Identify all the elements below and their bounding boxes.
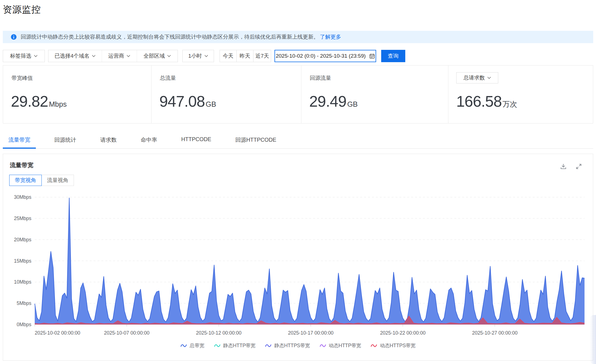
domain-select[interactable]: 已选择4个域名 <box>48 50 102 62</box>
svg-text:20Mbps: 20Mbps <box>14 237 32 242</box>
scrollbar-thumb[interactable] <box>590 315 596 364</box>
legend-item[interactable]: 静态HTTPS带宽 <box>265 342 310 349</box>
legend-item[interactable]: 动态HTTPS带宽 <box>371 342 415 349</box>
legend-item[interactable]: 总带宽 <box>180 342 204 349</box>
stat-value: 947.08 <box>159 92 205 110</box>
tab-traffic-bandwidth[interactable]: 流量带宽 <box>3 136 36 148</box>
chevron-down-icon <box>204 55 208 57</box>
resource-monitor-page: 资源监控 回源统计中动静态分类上比较容易造成歧义，近期控制台将会下线回源统计中动… <box>0 0 596 364</box>
quick-range-group: 今天 昨天 近7天 <box>220 50 271 62</box>
stat-unit: GB <box>347 100 358 109</box>
svg-text:2025-10-22 00:00:00: 2025-10-22 00:00:00 <box>380 330 426 336</box>
isp-select-label: 运营商 <box>108 52 124 60</box>
traffic-view-button[interactable]: 流量视角 <box>41 175 74 186</box>
quick-range-last7days[interactable]: 近7天 <box>253 50 271 62</box>
svg-text:2025-10-12 00:00:00: 2025-10-12 00:00:00 <box>196 330 242 336</box>
svg-text:15Mbps: 15Mbps <box>14 258 32 264</box>
traffic-bandwidth-panel: 流量带宽 带宽视角 流量视角 0Mbps5Mbps10Mbps15Mbps20M… <box>3 154 593 361</box>
legend-item[interactable]: 动态HTTP带宽 <box>320 342 361 349</box>
stat-card-total-traffic: 总流量 947.08GB <box>152 66 301 123</box>
query-button[interactable]: 查询 <box>381 50 405 62</box>
request-metric-select[interactable]: 总请求数 <box>456 72 498 83</box>
learn-more-link[interactable]: 了解更多 <box>320 33 341 41</box>
info-icon <box>11 34 17 40</box>
panel-title: 流量带宽 <box>10 161 33 169</box>
expand-icon[interactable] <box>575 163 582 170</box>
stat-unit: GB <box>206 100 216 109</box>
isp-select[interactable]: 运营商 <box>102 50 137 62</box>
legend-label: 静态HTTP带宽 <box>223 342 256 349</box>
interval-select[interactable]: 1小时 <box>182 50 214 62</box>
stat-label: 带宽峰值 <box>11 74 33 82</box>
chevron-down-icon <box>92 55 96 57</box>
stat-card-total-requests: 总请求数 166.58万次 <box>448 66 593 123</box>
download-icon[interactable] <box>560 163 567 170</box>
quick-range-today[interactable]: 今天 <box>220 50 237 62</box>
series-wave-icon <box>214 344 221 348</box>
legend-item[interactable]: 静态HTTP带宽 <box>214 342 256 349</box>
svg-text:2025-10-07 00:00:00: 2025-10-07 00:00:00 <box>104 330 150 336</box>
bandwidth-area-chart[interactable]: 0Mbps5Mbps10Mbps15Mbps20Mbps25Mbps30Mbps… <box>3 193 593 339</box>
stat-unit: Mbps <box>49 100 67 109</box>
chevron-down-icon <box>34 55 38 57</box>
series-wave-icon <box>265 344 272 348</box>
quick-range-yesterday[interactable]: 昨天 <box>237 50 254 62</box>
svg-text:2025-10-27 00:00:00: 2025-10-27 00:00:00 <box>472 330 518 336</box>
tag-filter-dropdown[interactable]: 标签筛选 <box>3 50 45 62</box>
interval-select-label: 1小时 <box>188 52 202 60</box>
stat-label: 回源流量 <box>310 74 331 82</box>
series-wave-icon <box>371 344 377 348</box>
chevron-down-icon <box>167 55 171 57</box>
tab-origin-httpcode[interactable]: 回源HTTPCODE <box>230 136 282 148</box>
tab-requests[interactable]: 请求数 <box>95 136 122 148</box>
page-title: 资源监控 <box>3 3 41 16</box>
domain-select-label: 已选择4个域名 <box>55 52 90 60</box>
stat-card-bandwidth-peak: 带宽峰值 29.82Mbps <box>3 66 152 123</box>
scope-filter-group: 已选择4个域名 运营商 全部区域 <box>48 50 178 62</box>
svg-text:30Mbps: 30Mbps <box>14 194 32 200</box>
stat-card-origin-traffic: 回源流量 29.49GB <box>301 66 448 123</box>
series-wave-icon <box>320 344 326 348</box>
stat-value: 29.82 <box>11 92 48 110</box>
view-toggle: 带宽视角 流量视角 <box>9 175 74 186</box>
date-range-value: 2025-10-02 (0:0) - 2025-10-31 (23:59) <box>276 53 365 59</box>
tag-filter-label: 标签筛选 <box>10 52 31 60</box>
region-select[interactable]: 全部区域 <box>137 50 178 62</box>
banner-text: 回源统计中动静态分类上比较容易造成歧义，近期控制台将会下线回源统计中动静态区分展… <box>21 33 319 41</box>
tab-hit-rate[interactable]: 命中率 <box>135 136 163 148</box>
stats-summary: 带宽峰值 29.82Mbps 总流量 947.08GB 回源流量 29.49GB… <box>3 65 593 123</box>
stat-value: 166.58 <box>456 92 502 110</box>
stat-label: 总流量 <box>160 74 176 82</box>
info-banner: 回源统计中动静态分类上比较容易造成歧义，近期控制台将会下线回源统计中动静态区分展… <box>3 31 593 43</box>
svg-text:25Mbps: 25Mbps <box>14 216 32 221</box>
stat-value: 29.49 <box>309 92 346 110</box>
svg-text:5Mbps: 5Mbps <box>17 300 31 306</box>
svg-text:10Mbps: 10Mbps <box>14 279 32 285</box>
svg-text:2025-10-02 00:00:00: 2025-10-02 00:00:00 <box>35 330 80 336</box>
legend-label: 总带宽 <box>190 342 204 349</box>
legend-label: 动态HTTP带宽 <box>329 342 361 349</box>
legend-label: 静态HTTPS带宽 <box>274 342 310 349</box>
stat-unit: 万次 <box>502 99 517 109</box>
legend-label: 动态HTTPS带宽 <box>380 342 415 349</box>
metric-tabs: 流量带宽 回源统计 请求数 命中率 HTTPCODE 回源HTTPCODE <box>3 136 593 149</box>
svg-text:0Mbps: 0Mbps <box>17 322 31 327</box>
calendar-icon <box>369 53 375 59</box>
date-range-picker[interactable]: 2025-10-02 (0:0) - 2025-10-31 (23:59) <box>274 50 376 62</box>
tab-origin-stats[interactable]: 回源统计 <box>49 136 82 148</box>
panel-actions <box>560 163 582 170</box>
chart-legend: 总带宽静态HTTP带宽静态HTTPS带宽动态HTTP带宽动态HTTPS带宽 <box>3 342 593 349</box>
region-select-label: 全部区域 <box>143 52 165 60</box>
svg-text:2025-10-17 00:00:00: 2025-10-17 00:00:00 <box>288 330 334 336</box>
bandwidth-view-button[interactable]: 带宽视角 <box>9 175 42 186</box>
chevron-down-icon <box>487 77 491 79</box>
tab-httpcode[interactable]: HTTPCODE <box>176 136 217 148</box>
chevron-down-icon <box>127 55 130 57</box>
series-wave-icon <box>180 344 187 348</box>
request-metric-label: 总请求数 <box>464 74 485 81</box>
